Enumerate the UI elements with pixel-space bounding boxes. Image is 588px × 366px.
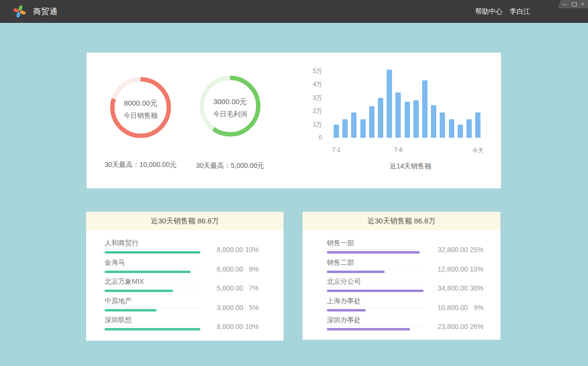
today-profit-30day-high: 30天最高：5,000.00元 — [177, 162, 284, 170]
y-axis-tick: 1万 — [301, 120, 322, 129]
rank-row-label: 深圳办事处 — [327, 316, 424, 327]
rank-row-value: 8,800.00 — [199, 323, 243, 330]
department-sales-rank-card: 近30天销售额 86.8万 销售一部 32,800.00 25% 销售二部 12… — [303, 212, 500, 340]
rank-row: 中原地产 3,800.00 5% — [86, 296, 284, 315]
bar-day-10 — [413, 100, 419, 138]
app-title: 商贸通 — [33, 0, 58, 23]
rank-row-percent: 10% — [464, 265, 483, 273]
y-axis-tick: 5万 — [301, 67, 322, 75]
user-name-menu[interactable]: 李白江 — [510, 0, 530, 23]
bar-plot-area — [334, 68, 487, 138]
rank-row-label: 销售一部 — [327, 239, 424, 250]
bar-day-17 — [475, 112, 481, 138]
rank-row-label: 深圳联想 — [105, 316, 200, 327]
bar-day-5 — [369, 106, 374, 138]
rank-row-label: 北京分公司 — [327, 277, 424, 288]
app-window: 商贸通 帮助中心 李白江 — × 8000.00元 今日销售额 30天最高：10… — [0, 0, 588, 366]
rank-row-value: 12,800.00 — [424, 265, 468, 273]
today-profit-value: 3000.00元 — [199, 97, 261, 107]
rank-row-bar — [105, 290, 173, 292]
x-axis-tick: 7-8 — [384, 146, 413, 153]
department-rank-list: 销售一部 32,800.00 25% 销售二部 12,800.00 10% 北京… — [303, 230, 500, 334]
bar-day-13 — [440, 112, 445, 138]
customer-rank-list: 人和商贸行 8,800.00 10% 金海马 6,800.00 8% 北京万象M… — [86, 230, 284, 334]
bar-day-4 — [360, 119, 366, 138]
bar-day-9 — [405, 102, 410, 138]
today-sales-center-text: 8000.00元 今日销售额 — [110, 98, 171, 120]
customer-sales-rank-card: 近30天销售额 86.8万 人和商贸行 8,800.00 10% 金海马 6,8… — [86, 212, 284, 341]
bar-day-16 — [466, 119, 472, 138]
rank-row-percent: 10% — [239, 246, 259, 254]
sales-14day-bar-chart: 5万 4万 3万 2万 1万 0 7-1 7-8 今天 近14天销售额 — [301, 65, 495, 182]
today-sales-value: 8000.00元 — [110, 98, 171, 108]
today-profit-donut-chart: 3000.00元 今日毛利润 — [199, 75, 261, 137]
rank-row: 销售一部 32,800.00 25% — [303, 238, 500, 257]
rank-row-label: 上海办事处 — [327, 297, 424, 308]
close-icon[interactable]: × — [581, 1, 584, 7]
rank-row-value: 5,800.00 — [199, 284, 243, 292]
rank-row-value: 10,800.00 — [424, 304, 468, 311]
rank-row-label: 销售二部 — [327, 258, 424, 269]
app-logo-pinwheel-icon — [13, 4, 26, 18]
today-sales-label: 今日销售额 — [110, 110, 171, 120]
customer-rank-card-title: 近30天销售额 86.8万 — [86, 212, 284, 230]
bar-chart-title: 近14天销售额 — [334, 162, 487, 171]
rank-row-bar — [327, 251, 420, 254]
rank-row-bar — [327, 328, 410, 330]
rank-row-bar — [327, 271, 385, 273]
rank-row-bar — [105, 328, 200, 330]
rank-row-value: 32,800.00 — [424, 246, 468, 254]
department-rank-card-title: 近30天销售额 86.8万 — [303, 212, 500, 230]
bar-day-2 — [342, 119, 348, 138]
rank-row: 北京分公司 34,800.00 30% — [303, 276, 500, 296]
overview-card: 8000.00元 今日销售额 30天最高：10,000.00元 3000.00元… — [87, 53, 501, 188]
rank-row: 销售二部 12,800.00 10% — [303, 257, 500, 277]
rank-row: 上海办事处 10,800.00 9% — [303, 296, 500, 315]
rank-row-value: 34,800.00 — [424, 284, 468, 292]
rank-row-bar — [105, 251, 200, 254]
rank-row: 金海马 6,800.00 8% — [86, 257, 284, 277]
rank-row: 深圳办事处 23,800.00 26% — [303, 315, 500, 334]
bar-day-15 — [458, 125, 463, 138]
minimize-icon[interactable]: — — [562, 1, 568, 7]
rank-row: 人和商贸行 8,800.00 10% — [86, 238, 284, 257]
today-sales-donut-chart: 8000.00元 今日销售额 — [110, 77, 171, 138]
rank-row-percent: 7% — [239, 284, 259, 292]
help-center-link[interactable]: 帮助中心 — [475, 0, 502, 23]
rank-row-percent: 5% — [239, 304, 259, 311]
x-axis-tick: 今天 — [463, 146, 493, 155]
rank-row-percent: 25% — [464, 246, 483, 254]
y-axis-tick: 0 — [301, 133, 322, 142]
bar-day-8 — [395, 92, 401, 138]
rank-row: 北京万象MIX 5,800.00 7% — [86, 276, 284, 296]
today-profit-label: 今日毛利润 — [199, 109, 261, 119]
rank-row-bar — [327, 309, 366, 311]
maximize-icon[interactable] — [572, 2, 577, 6]
bar-day-1 — [334, 125, 339, 138]
titlebar: 商贸通 帮助中心 李白江 — × — [0, 0, 588, 23]
rank-row-percent: 10% — [239, 323, 259, 330]
rank-row-percent: 30% — [464, 284, 483, 292]
rank-row-label: 人和商贸行 — [105, 239, 200, 250]
rank-row-bar — [105, 309, 157, 311]
bar-day-12 — [431, 105, 436, 138]
y-axis-tick: 4万 — [301, 80, 322, 89]
bar-day-6 — [378, 98, 383, 138]
rank-row-label: 中原地产 — [105, 297, 200, 308]
rank-row-label: 北京万象MIX — [105, 277, 200, 288]
rank-row-percent: 26% — [464, 323, 483, 330]
window-controls: — × — [554, 0, 588, 8]
rank-row-value: 6,800.00 — [199, 265, 243, 273]
rank-row-value: 23,800.00 — [424, 323, 468, 330]
rank-row-value: 8,800.00 — [199, 246, 243, 254]
rank-row-bar — [105, 271, 191, 273]
today-profit-center-text: 3000.00元 今日毛利润 — [199, 97, 261, 119]
x-axis-tick: 7-1 — [322, 146, 351, 153]
bar-day-3 — [351, 112, 356, 138]
rank-row: 深圳联想 8,800.00 10% — [86, 315, 284, 334]
bar-day-11 — [422, 80, 428, 138]
bar-day-14 — [449, 119, 454, 138]
y-axis-tick: 2万 — [301, 107, 322, 115]
y-axis-tick: 3万 — [301, 93, 322, 102]
rank-row-value: 3,800.00 — [199, 304, 243, 311]
